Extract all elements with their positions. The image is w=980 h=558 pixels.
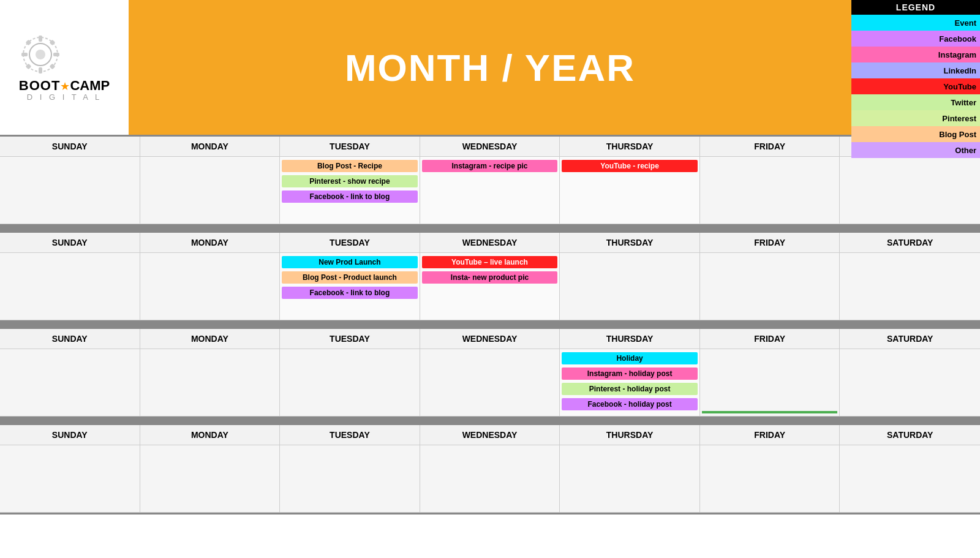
day-cell xyxy=(280,349,420,417)
logo-gear-icon xyxy=(19,33,62,76)
logo-text: BOOT★CAMP D I G I T A L xyxy=(19,78,110,102)
day-cell xyxy=(420,445,560,513)
day-header: THURSDAY xyxy=(560,425,700,445)
legend-area: LEGEND EventFacebookInstagramLinkedInYou… xyxy=(851,0,980,135)
day-cell xyxy=(280,445,420,513)
day-cell xyxy=(560,445,700,513)
day-header: WEDNESDAY xyxy=(420,425,560,445)
day-cell: New Prod LaunchBlog Post - Product launc… xyxy=(280,253,420,320)
event-tag[interactable]: Instagram - recipe pic xyxy=(422,160,558,172)
event-tag[interactable]: YouTube – live launch xyxy=(422,256,558,268)
event-tag[interactable]: Pinterest - holiday post xyxy=(562,383,698,395)
day-cell xyxy=(700,157,840,224)
event-tag[interactable]: Facebook - link to blog xyxy=(282,287,418,299)
legend-item: Instagram xyxy=(851,47,980,62)
day-cell xyxy=(0,157,140,224)
legend-item: Event xyxy=(851,15,980,31)
day-header: TUESDAY xyxy=(280,425,420,445)
day-header: THURSDAY xyxy=(560,137,700,157)
legend-item: Other xyxy=(851,142,980,158)
logo-star: ★ xyxy=(60,80,70,92)
day-header: SATURDAY xyxy=(840,329,980,349)
day-cell: YouTube – live launchInsta- new product … xyxy=(420,253,560,320)
week-separator xyxy=(0,418,980,423)
page-title: MONTH / YEAR xyxy=(345,46,635,89)
green-bar xyxy=(702,411,838,413)
day-header: MONDAY xyxy=(140,329,281,349)
event-tag[interactable]: Instagram - holiday post xyxy=(562,368,698,380)
event-tag[interactable]: Facebook - link to blog xyxy=(282,190,418,203)
event-tag[interactable]: New Prod Launch xyxy=(282,256,418,268)
day-header: TUESDAY xyxy=(280,233,420,253)
event-tag[interactable]: Pinterest - show recipe xyxy=(282,175,418,187)
calendar: SUNDAYMONDAYTUESDAYWEDNESDAYTHURSDAYFRID… xyxy=(0,135,980,515)
event-tag[interactable]: Insta- new product pic xyxy=(422,271,558,284)
day-header: TUESDAY xyxy=(280,137,420,157)
event-tag[interactable]: Blog Post - Product launch xyxy=(282,271,418,284)
logo-digital: D I G I T A L xyxy=(19,93,110,102)
week-section-1: SUNDAYMONDAYTUESDAYWEDNESDAYTHURSDAYFRID… xyxy=(0,135,980,226)
day-cell xyxy=(700,349,840,417)
legend-item: Facebook xyxy=(851,31,980,47)
day-cell xyxy=(0,253,140,320)
day-cell xyxy=(140,253,281,320)
event-tag[interactable]: Facebook - holiday post xyxy=(562,398,698,410)
day-header: THURSDAY xyxy=(560,233,700,253)
day-header: FRIDAY xyxy=(700,329,840,349)
week-separator xyxy=(0,322,980,327)
week-section-3: SUNDAYMONDAYTUESDAYWEDNESDAYTHURSDAYFRID… xyxy=(0,327,980,418)
day-cell xyxy=(140,157,281,224)
day-header: FRIDAY xyxy=(700,233,840,253)
day-cell xyxy=(700,445,840,513)
day-header: TUESDAY xyxy=(280,329,420,349)
day-header: SUNDAY xyxy=(0,137,140,157)
day-cell: Blog Post - RecipePinterest - show recip… xyxy=(280,157,420,224)
day-header: FRIDAY xyxy=(700,137,840,157)
day-header: SATURDAY xyxy=(840,233,980,253)
day-header: SUNDAY xyxy=(0,329,140,349)
week-section-4: SUNDAYMONDAYTUESDAYWEDNESDAYTHURSDAYFRID… xyxy=(0,423,980,515)
week-section-2: SUNDAYMONDAYTUESDAYWEDNESDAYTHURSDAYFRID… xyxy=(0,231,980,322)
day-cell xyxy=(840,157,980,224)
day-header: THURSDAY xyxy=(560,329,700,349)
event-tag[interactable]: YouTube - recipe xyxy=(562,160,698,172)
svg-rect-4 xyxy=(39,67,42,74)
legend-item: Twitter xyxy=(851,94,980,110)
svg-rect-3 xyxy=(39,36,42,42)
day-cell: HolidayInstagram - holiday postPinterest… xyxy=(560,349,700,417)
day-cell xyxy=(840,349,980,417)
day-header: WEDNESDAY xyxy=(420,137,560,157)
day-header: MONDAY xyxy=(140,425,281,445)
svg-rect-6 xyxy=(53,53,59,56)
week-separator xyxy=(0,226,980,231)
legend-title: LEGEND xyxy=(851,0,980,15)
legend-item: Blog Post xyxy=(851,126,980,142)
day-header: SUNDAY xyxy=(0,425,140,445)
legend-item: LinkedIn xyxy=(851,62,980,78)
svg-point-2 xyxy=(36,50,45,59)
legend-item: YouTube xyxy=(851,78,980,94)
day-cell xyxy=(840,445,980,513)
day-cell: YouTube - recipe xyxy=(560,157,700,224)
day-header: WEDNESDAY xyxy=(420,329,560,349)
legend-item: Pinterest xyxy=(851,110,980,126)
day-header: MONDAY xyxy=(140,137,281,157)
day-header: SUNDAY xyxy=(0,233,140,253)
svg-rect-5 xyxy=(21,53,28,56)
logo-camp: CAMP xyxy=(70,78,110,93)
logo-area: BOOT★CAMP D I G I T A L xyxy=(0,0,129,135)
day-header: SATURDAY xyxy=(840,425,980,445)
day-cell xyxy=(560,253,700,320)
day-cell xyxy=(0,349,140,417)
day-header: WEDNESDAY xyxy=(420,233,560,253)
logo-boot: BOOT xyxy=(19,78,61,93)
day-cell xyxy=(0,445,140,513)
day-cell xyxy=(140,445,281,513)
day-cell xyxy=(140,349,281,417)
day-cell xyxy=(420,349,560,417)
day-cell xyxy=(840,253,980,320)
day-cell: Instagram - recipe pic xyxy=(420,157,560,224)
event-tag[interactable]: Holiday xyxy=(562,352,698,364)
title-area: MONTH / YEAR xyxy=(129,0,851,135)
event-tag[interactable]: Blog Post - Recipe xyxy=(282,160,418,172)
